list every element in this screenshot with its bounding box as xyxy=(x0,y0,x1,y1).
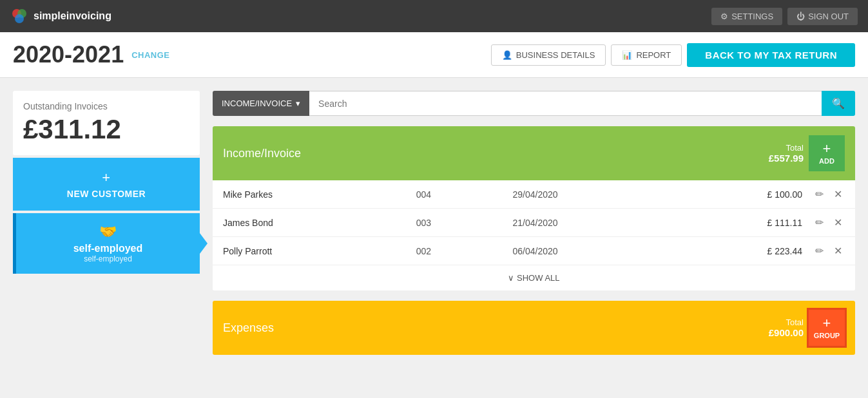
header-row: 2020-2021 CHANGE 👤 BUSINESS DETAILS 📊 RE… xyxy=(0,32,868,78)
logo-area: simpleinvoicing xyxy=(10,7,111,25)
report-button[interactable]: 📊 REPORT xyxy=(611,44,682,66)
delete-invoice-button[interactable]: ✕ xyxy=(831,215,845,230)
plus-icon: + xyxy=(823,316,831,330)
expenses-title: Expenses xyxy=(223,321,274,335)
self-employed-sub: self-employed xyxy=(84,254,132,263)
edit-invoice-button[interactable]: ✏ xyxy=(813,187,826,202)
invoice-date: 21/04/2020 xyxy=(513,218,658,228)
invoice-number: 003 xyxy=(416,218,513,228)
self-employed-icon: 🤝 xyxy=(99,223,117,240)
table-row: Mike Parkes 004 29/04/2020 £ 100.00 ✏ ✕ xyxy=(213,180,855,209)
self-employed-name: self-employed xyxy=(73,243,143,254)
invoice-actions: ✏ ✕ xyxy=(813,215,845,230)
self-employed-card[interactable]: 🤝 self-employed self-employed xyxy=(13,213,200,274)
invoice-date: 06/04/2020 xyxy=(513,246,658,256)
category-dropdown[interactable]: INCOME/INVOICE ▾ xyxy=(213,91,309,116)
year-title: 2020-2021 CHANGE xyxy=(13,41,170,68)
right-panel: INCOME/INVOICE ▾ 🔍 Income/Invoice Total … xyxy=(213,91,855,365)
group-expenses-button[interactable]: + GROUP xyxy=(809,310,845,346)
settings-button[interactable]: ⚙ SETTINGS xyxy=(711,8,782,25)
delete-invoice-button[interactable]: ✕ xyxy=(831,243,845,258)
header-actions: 👤 BUSINESS DETAILS 📊 REPORT BACK TO MY T… xyxy=(491,43,855,67)
expenses-section: Expenses Total £900.00 + GROUP xyxy=(213,301,855,355)
invoice-amount: £ 100.00 xyxy=(657,189,802,200)
chevron-down-icon: ▾ xyxy=(296,99,300,108)
svg-point-2 xyxy=(15,14,24,23)
logo-label: simpleinvoicing xyxy=(34,10,111,22)
outstanding-amount: £311.12 xyxy=(23,114,189,145)
table-row: Polly Parrott 002 06/04/2020 £ 223.44 ✏ … xyxy=(213,237,855,265)
delete-invoice-button[interactable]: ✕ xyxy=(831,187,845,202)
invoice-name: James Bond xyxy=(223,218,416,228)
logo-icon xyxy=(10,7,28,25)
outstanding-box: Outstanding Invoices £311.12 xyxy=(13,91,200,155)
change-link[interactable]: CHANGE xyxy=(131,50,169,60)
nav-right: ⚙ SETTINGS ⏻ SIGN OUT xyxy=(711,8,858,25)
plus-icon: + xyxy=(823,142,831,156)
invoice-actions: ✏ ✕ xyxy=(813,187,845,202)
plus-icon: + xyxy=(102,169,110,186)
business-details-button[interactable]: 👤 BUSINESS DETAILS xyxy=(491,44,606,66)
invoice-name: Mike Parkes xyxy=(223,189,416,200)
year-text: 2020-2021 xyxy=(13,41,124,68)
search-row: INCOME/INVOICE ▾ 🔍 xyxy=(213,91,855,116)
back-to-tax-return-button[interactable]: BACK TO MY TAX RETURN xyxy=(687,43,855,67)
invoice-amount: £ 111.11 xyxy=(657,218,802,228)
invoice-actions: ✏ ✕ xyxy=(813,243,845,258)
search-icon: 🔍 xyxy=(832,98,845,109)
topnav: simpleinvoicing ⚙ SETTINGS ⏻ SIGN OUT xyxy=(0,0,868,32)
left-panel: Outstanding Invoices £311.12 + NEW CUSTO… xyxy=(13,91,200,365)
edit-invoice-button[interactable]: ✏ xyxy=(813,215,826,230)
expenses-header: Expenses Total £900.00 + GROUP xyxy=(213,301,855,355)
main-content: Outstanding Invoices £311.12 + NEW CUSTO… xyxy=(0,78,868,378)
add-income-button[interactable]: + ADD xyxy=(809,135,845,171)
income-title: Income/Invoice xyxy=(223,147,301,160)
invoice-number: 004 xyxy=(416,189,513,200)
expenses-total: Total £900.00 xyxy=(274,317,804,338)
edit-invoice-button[interactable]: ✏ xyxy=(813,243,826,258)
new-customer-button[interactable]: + NEW CUSTOMER xyxy=(13,158,200,211)
invoice-number: 002 xyxy=(416,246,513,256)
signout-button[interactable]: ⏻ SIGN OUT xyxy=(787,8,858,25)
invoice-name: Polly Parrott xyxy=(223,246,416,256)
show-all-button[interactable]: ∨ SHOW ALL xyxy=(213,265,855,290)
outstanding-label: Outstanding Invoices xyxy=(23,101,189,111)
income-total: Total £557.99 xyxy=(301,143,804,164)
table-row: James Bond 003 21/04/2020 £ 111.11 ✏ ✕ xyxy=(213,209,855,237)
search-button[interactable]: 🔍 xyxy=(822,91,855,116)
invoice-date: 29/04/2020 xyxy=(513,189,658,200)
invoice-rows: Mike Parkes 004 29/04/2020 £ 100.00 ✏ ✕ … xyxy=(213,180,855,265)
invoice-amount: £ 223.44 xyxy=(657,246,802,256)
search-input[interactable] xyxy=(309,91,822,116)
income-header: Income/Invoice Total £557.99 + ADD xyxy=(213,126,855,180)
income-invoice-section: Income/Invoice Total £557.99 + ADD Mike … xyxy=(213,126,855,290)
